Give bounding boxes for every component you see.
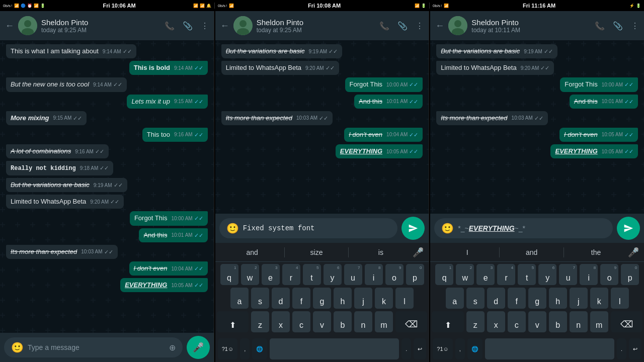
key-space-2[interactable] <box>270 338 399 359</box>
key-8[interactable]: 8i <box>365 264 383 285</box>
key-backspace-2[interactable]: ⌫ <box>395 311 427 332</box>
key-x[interactable]: x <box>272 311 290 332</box>
key-3-x[interactable]: x <box>487 311 505 332</box>
key-3-5[interactable]: 5t <box>518 264 536 285</box>
phone-icon-2[interactable]: 📞 <box>379 21 389 31</box>
key-3-z[interactable]: z <box>466 311 485 332</box>
key-3-f[interactable]: f <box>508 288 526 309</box>
key-d[interactable]: d <box>272 288 290 309</box>
suggestion-2-2[interactable]: size <box>284 247 349 257</box>
key-m[interactable]: m <box>375 311 393 332</box>
key-2[interactable]: 2w <box>241 264 259 285</box>
key-space-3[interactable] <box>485 338 614 359</box>
key-4[interactable]: 4r <box>282 264 300 285</box>
suggestion-2-3[interactable]: is <box>349 247 413 257</box>
key-z[interactable]: z <box>251 311 269 332</box>
key-3-0[interactable]: 0p <box>621 264 639 285</box>
key-enter-2[interactable]: ↩ <box>414 338 426 359</box>
suggestion-3-1[interactable]: I <box>435 247 499 257</box>
key-3[interactable]: 3e <box>262 264 280 285</box>
mic-suggestion-2[interactable]: 🎤 <box>413 247 424 258</box>
key-k[interactable]: k <box>375 288 393 309</box>
input-box-2[interactable]: 🙂 Fixed system font <box>219 218 398 238</box>
mic-button-1[interactable]: 🎤 <box>187 336 210 359</box>
key-3-c[interactable]: c <box>508 311 526 332</box>
message-input-1[interactable]: Type a message <box>28 343 165 351</box>
send-button-3[interactable] <box>617 217 640 240</box>
suggestion-2-1[interactable]: and <box>220 247 284 257</box>
key-enter-3[interactable]: ↩ <box>629 338 641 359</box>
key-comma-3[interactable]: , <box>455 338 465 359</box>
key-3-h[interactable]: h <box>549 288 567 309</box>
key-num-switch-2[interactable]: ?1☺ <box>218 338 237 359</box>
back-button-3[interactable]: ← <box>435 21 444 31</box>
camera-icon-1[interactable]: ⊕ <box>169 343 176 352</box>
key-v[interactable]: v <box>313 311 331 332</box>
emoji-icon-3[interactable]: 🙂 <box>441 222 454 234</box>
phone-icon-1[interactable]: 📞 <box>165 21 175 31</box>
send-button-2[interactable] <box>401 217 425 240</box>
key-3-m[interactable]: m <box>590 311 608 332</box>
more-icon-2[interactable]: ⋮ <box>416 21 424 31</box>
key-period-3[interactable]: . <box>617 338 626 359</box>
key-shift[interactable]: ⬆ <box>217 311 249 332</box>
key-l[interactable]: l <box>395 288 414 309</box>
attachment-icon-2[interactable]: 📎 <box>397 21 408 31</box>
more-icon-1[interactable]: ⋮ <box>201 21 209 31</box>
key-3-v[interactable]: v <box>528 311 546 332</box>
phone-icon-3[interactable]: 📞 <box>595 21 605 31</box>
attachment-icon-1[interactable]: 📎 <box>183 21 193 31</box>
key-3-g[interactable]: g <box>528 288 546 309</box>
key-n[interactable]: n <box>354 311 372 332</box>
input-box-3[interactable]: 🙂 *_~EVERYTHING~_* <box>434 218 613 238</box>
message-input-2[interactable]: Fixed system font <box>243 224 391 232</box>
key-3-a[interactable]: a <box>446 288 464 309</box>
key-5[interactable]: 5t <box>303 264 321 285</box>
key-3-4[interactable]: 4r <box>497 264 515 285</box>
key-g[interactable]: g <box>313 288 331 309</box>
key-3-l[interactable]: l <box>611 288 629 309</box>
key-9[interactable]: 9o <box>385 264 404 285</box>
key-3-3[interactable]: 3e <box>476 264 495 285</box>
emoji-icon-2[interactable]: 🙂 <box>226 222 239 234</box>
back-button-1[interactable]: ← <box>5 21 14 31</box>
key-3-k[interactable]: k <box>590 288 608 309</box>
key-backspace-3[interactable]: ⌫ <box>611 311 642 332</box>
input-box-1[interactable]: 🙂 Type a message ⊕ <box>4 337 183 357</box>
key-num-switch-3[interactable]: ?1☺ <box>433 338 452 359</box>
key-3-d[interactable]: d <box>487 288 505 309</box>
key-6[interactable]: 6y <box>324 264 342 285</box>
key-b[interactable]: b <box>334 311 352 332</box>
back-button-2[interactable]: ← <box>220 21 229 31</box>
key-a[interactable]: a <box>230 288 249 309</box>
suggestion-3-2[interactable]: and <box>499 247 564 257</box>
key-period-2[interactable]: . <box>401 338 411 359</box>
key-3-s[interactable]: s <box>466 288 485 309</box>
key-j[interactable]: j <box>354 288 372 309</box>
more-icon-3[interactable]: ⋮ <box>631 21 639 31</box>
key-0[interactable]: 0p <box>406 264 424 285</box>
key-s[interactable]: s <box>251 288 269 309</box>
key-3-j[interactable]: j <box>570 288 588 309</box>
key-3-7[interactable]: 7u <box>559 264 577 285</box>
key-globe-2[interactable]: 🌐 <box>252 338 267 359</box>
key-3-b[interactable]: b <box>549 311 567 332</box>
key-c[interactable]: c <box>292 311 310 332</box>
emoji-icon-1[interactable]: 🙂 <box>11 341 24 353</box>
key-3-8[interactable]: 8i <box>580 264 598 285</box>
key-3-1[interactable]: 1q <box>435 264 453 285</box>
key-comma-2[interactable]: , <box>240 338 250 359</box>
key-f[interactable]: f <box>292 288 310 309</box>
mic-suggestion-3[interactable]: 🎤 <box>628 247 639 258</box>
key-3-6[interactable]: 6y <box>538 264 556 285</box>
key-3-9[interactable]: 9o <box>600 264 618 285</box>
key-3-2[interactable]: 2w <box>456 264 474 285</box>
suggestion-3-3[interactable]: the <box>564 247 628 257</box>
key-7[interactable]: 7u <box>344 264 362 285</box>
key-3-n[interactable]: n <box>570 311 588 332</box>
key-h[interactable]: h <box>334 288 352 309</box>
message-input-3[interactable]: *_~EVERYTHING~_* <box>458 224 606 232</box>
attachment-icon-3[interactable]: 📎 <box>613 21 623 31</box>
key-3-shift[interactable]: ⬆ <box>432 311 463 332</box>
key-globe-3[interactable]: 🌐 <box>467 338 482 359</box>
